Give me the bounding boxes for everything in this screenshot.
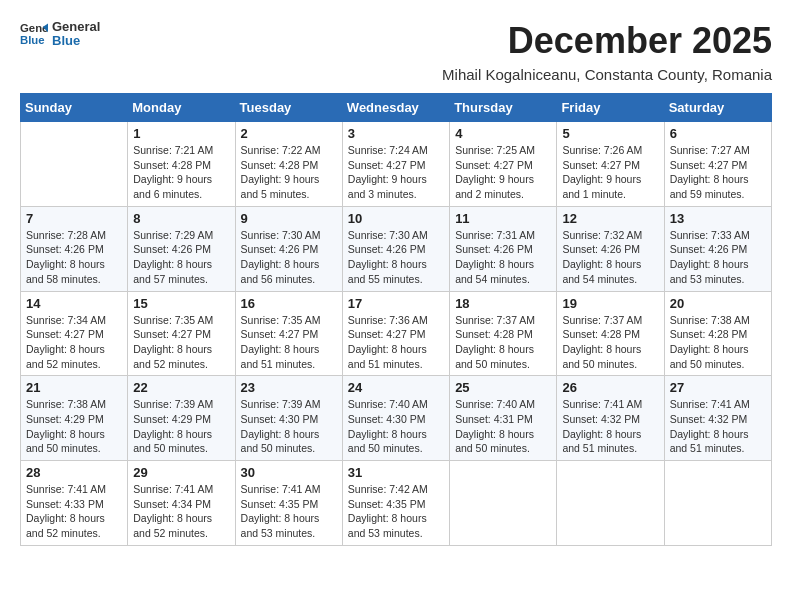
day-info: Sunrise: 7:36 AM Sunset: 4:27 PM Dayligh… <box>348 313 444 372</box>
day-info: Sunrise: 7:29 AM Sunset: 4:26 PM Dayligh… <box>133 228 229 287</box>
calendar-cell: 21Sunrise: 7:38 AM Sunset: 4:29 PM Dayli… <box>21 376 128 461</box>
day-info: Sunrise: 7:38 AM Sunset: 4:29 PM Dayligh… <box>26 397 122 456</box>
day-number: 25 <box>455 380 551 395</box>
calendar-week-row: 28Sunrise: 7:41 AM Sunset: 4:33 PM Dayli… <box>21 461 772 546</box>
day-number: 22 <box>133 380 229 395</box>
day-number: 13 <box>670 211 766 226</box>
day-number: 4 <box>455 126 551 141</box>
day-number: 14 <box>26 296 122 311</box>
calendar-cell: 10Sunrise: 7:30 AM Sunset: 4:26 PM Dayli… <box>342 206 449 291</box>
day-info: Sunrise: 7:41 AM Sunset: 4:32 PM Dayligh… <box>562 397 658 456</box>
day-number: 29 <box>133 465 229 480</box>
day-info: Sunrise: 7:31 AM Sunset: 4:26 PM Dayligh… <box>455 228 551 287</box>
day-info: Sunrise: 7:37 AM Sunset: 4:28 PM Dayligh… <box>562 313 658 372</box>
calendar-week-row: 14Sunrise: 7:34 AM Sunset: 4:27 PM Dayli… <box>21 291 772 376</box>
day-number: 10 <box>348 211 444 226</box>
calendar-cell: 26Sunrise: 7:41 AM Sunset: 4:32 PM Dayli… <box>557 376 664 461</box>
calendar-cell: 4Sunrise: 7:25 AM Sunset: 4:27 PM Daylig… <box>450 122 557 207</box>
logo: General Blue General Blue <box>20 20 100 49</box>
calendar-cell: 6Sunrise: 7:27 AM Sunset: 4:27 PM Daylig… <box>664 122 771 207</box>
logo-text-blue: Blue <box>52 34 100 48</box>
day-number: 6 <box>670 126 766 141</box>
calendar-header-row: SundayMondayTuesdayWednesdayThursdayFrid… <box>21 94 772 122</box>
calendar-cell: 13Sunrise: 7:33 AM Sunset: 4:26 PM Dayli… <box>664 206 771 291</box>
calendar-cell: 22Sunrise: 7:39 AM Sunset: 4:29 PM Dayli… <box>128 376 235 461</box>
calendar-cell: 12Sunrise: 7:32 AM Sunset: 4:26 PM Dayli… <box>557 206 664 291</box>
day-info: Sunrise: 7:41 AM Sunset: 4:33 PM Dayligh… <box>26 482 122 541</box>
page-header: General Blue General Blue December 2025 <box>20 20 772 62</box>
day-info: Sunrise: 7:27 AM Sunset: 4:27 PM Dayligh… <box>670 143 766 202</box>
calendar-cell: 23Sunrise: 7:39 AM Sunset: 4:30 PM Dayli… <box>235 376 342 461</box>
logo-text-general: General <box>52 20 100 34</box>
day-number: 3 <box>348 126 444 141</box>
day-number: 23 <box>241 380 337 395</box>
day-number: 24 <box>348 380 444 395</box>
day-info: Sunrise: 7:34 AM Sunset: 4:27 PM Dayligh… <box>26 313 122 372</box>
day-number: 11 <box>455 211 551 226</box>
weekday-header-wednesday: Wednesday <box>342 94 449 122</box>
calendar-cell: 2Sunrise: 7:22 AM Sunset: 4:28 PM Daylig… <box>235 122 342 207</box>
calendar-cell: 17Sunrise: 7:36 AM Sunset: 4:27 PM Dayli… <box>342 291 449 376</box>
day-info: Sunrise: 7:41 AM Sunset: 4:35 PM Dayligh… <box>241 482 337 541</box>
weekday-header-thursday: Thursday <box>450 94 557 122</box>
calendar-cell: 28Sunrise: 7:41 AM Sunset: 4:33 PM Dayli… <box>21 461 128 546</box>
day-info: Sunrise: 7:35 AM Sunset: 4:27 PM Dayligh… <box>133 313 229 372</box>
day-info: Sunrise: 7:32 AM Sunset: 4:26 PM Dayligh… <box>562 228 658 287</box>
calendar-cell: 7Sunrise: 7:28 AM Sunset: 4:26 PM Daylig… <box>21 206 128 291</box>
day-info: Sunrise: 7:30 AM Sunset: 4:26 PM Dayligh… <box>348 228 444 287</box>
calendar-cell: 16Sunrise: 7:35 AM Sunset: 4:27 PM Dayli… <box>235 291 342 376</box>
day-info: Sunrise: 7:40 AM Sunset: 4:31 PM Dayligh… <box>455 397 551 456</box>
calendar-cell: 9Sunrise: 7:30 AM Sunset: 4:26 PM Daylig… <box>235 206 342 291</box>
weekday-header-monday: Monday <box>128 94 235 122</box>
day-info: Sunrise: 7:21 AM Sunset: 4:28 PM Dayligh… <box>133 143 229 202</box>
calendar-cell <box>664 461 771 546</box>
day-info: Sunrise: 7:38 AM Sunset: 4:28 PM Dayligh… <box>670 313 766 372</box>
day-number: 1 <box>133 126 229 141</box>
day-info: Sunrise: 7:41 AM Sunset: 4:32 PM Dayligh… <box>670 397 766 456</box>
day-number: 12 <box>562 211 658 226</box>
calendar-cell: 11Sunrise: 7:31 AM Sunset: 4:26 PM Dayli… <box>450 206 557 291</box>
calendar-cell: 29Sunrise: 7:41 AM Sunset: 4:34 PM Dayli… <box>128 461 235 546</box>
calendar-cell: 30Sunrise: 7:41 AM Sunset: 4:35 PM Dayli… <box>235 461 342 546</box>
calendar-cell: 8Sunrise: 7:29 AM Sunset: 4:26 PM Daylig… <box>128 206 235 291</box>
weekday-header-friday: Friday <box>557 94 664 122</box>
day-info: Sunrise: 7:25 AM Sunset: 4:27 PM Dayligh… <box>455 143 551 202</box>
day-number: 18 <box>455 296 551 311</box>
day-number: 21 <box>26 380 122 395</box>
day-number: 15 <box>133 296 229 311</box>
day-number: 20 <box>670 296 766 311</box>
day-number: 30 <box>241 465 337 480</box>
calendar-cell: 5Sunrise: 7:26 AM Sunset: 4:27 PM Daylig… <box>557 122 664 207</box>
day-info: Sunrise: 7:42 AM Sunset: 4:35 PM Dayligh… <box>348 482 444 541</box>
calendar-cell: 31Sunrise: 7:42 AM Sunset: 4:35 PM Dayli… <box>342 461 449 546</box>
location-subtitle: Mihail Kogalniceanu, Constanta County, R… <box>20 66 772 83</box>
day-number: 17 <box>348 296 444 311</box>
calendar-cell: 19Sunrise: 7:37 AM Sunset: 4:28 PM Dayli… <box>557 291 664 376</box>
svg-text:Blue: Blue <box>20 34 45 46</box>
day-number: 7 <box>26 211 122 226</box>
day-number: 16 <box>241 296 337 311</box>
day-number: 8 <box>133 211 229 226</box>
calendar-week-row: 7Sunrise: 7:28 AM Sunset: 4:26 PM Daylig… <box>21 206 772 291</box>
day-info: Sunrise: 7:22 AM Sunset: 4:28 PM Dayligh… <box>241 143 337 202</box>
day-info: Sunrise: 7:24 AM Sunset: 4:27 PM Dayligh… <box>348 143 444 202</box>
svg-text:General: General <box>20 23 48 35</box>
day-number: 5 <box>562 126 658 141</box>
day-info: Sunrise: 7:39 AM Sunset: 4:30 PM Dayligh… <box>241 397 337 456</box>
day-number: 31 <box>348 465 444 480</box>
calendar-cell: 24Sunrise: 7:40 AM Sunset: 4:30 PM Dayli… <box>342 376 449 461</box>
weekday-header-saturday: Saturday <box>664 94 771 122</box>
calendar-week-row: 21Sunrise: 7:38 AM Sunset: 4:29 PM Dayli… <box>21 376 772 461</box>
calendar-cell: 14Sunrise: 7:34 AM Sunset: 4:27 PM Dayli… <box>21 291 128 376</box>
day-info: Sunrise: 7:40 AM Sunset: 4:30 PM Dayligh… <box>348 397 444 456</box>
logo-icon: General Blue <box>20 20 48 48</box>
day-number: 19 <box>562 296 658 311</box>
day-info: Sunrise: 7:28 AM Sunset: 4:26 PM Dayligh… <box>26 228 122 287</box>
calendar-cell: 20Sunrise: 7:38 AM Sunset: 4:28 PM Dayli… <box>664 291 771 376</box>
day-number: 26 <box>562 380 658 395</box>
calendar-cell <box>21 122 128 207</box>
day-info: Sunrise: 7:39 AM Sunset: 4:29 PM Dayligh… <box>133 397 229 456</box>
day-number: 27 <box>670 380 766 395</box>
day-info: Sunrise: 7:41 AM Sunset: 4:34 PM Dayligh… <box>133 482 229 541</box>
day-number: 2 <box>241 126 337 141</box>
